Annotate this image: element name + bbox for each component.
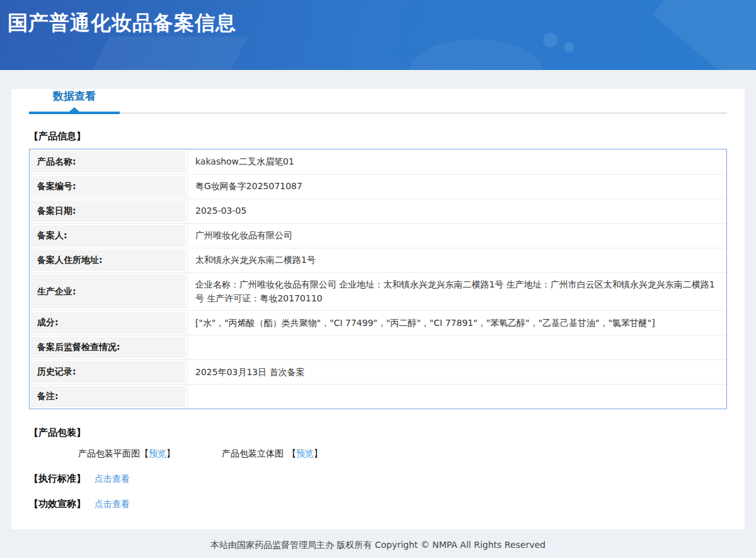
row-value: [188, 335, 726, 359]
row-label-cell: 备注:: [30, 385, 188, 409]
section-title-product-info: 【产品信息】: [29, 131, 727, 142]
footer-text: 本站由国家药品监督管理局主办 版权所有 Copyright © NMPA All…: [0, 529, 756, 551]
row-label: 备案编号:: [31, 176, 186, 197]
standard-row: 【执行标准】 点击查看: [29, 473, 727, 485]
decor-circle-small: [564, 42, 574, 52]
row-value: 粤G妆网备字2025071087: [188, 175, 726, 199]
row-value: [188, 385, 726, 409]
row-label: 成分:: [31, 312, 186, 334]
decor-polygon-shape: [79, 37, 248, 70]
view-standard-link[interactable]: 点击查看: [94, 474, 130, 485]
table-row: 备案后监督检查情况:: [30, 335, 726, 359]
section-title-packaging: 【产品包装】: [29, 427, 727, 439]
row-label: 备案后监督检查情况:: [31, 337, 186, 358]
packaging-row: 产品包装平面图【预览】 产品包装立体图【预览】: [29, 448, 727, 460]
row-value: 企业名称：广州唯妆化妆品有限公司 企业地址：太和镇永兴龙兴东南二横路1号 生产地…: [188, 273, 726, 310]
preview-link-flat[interactable]: 预览: [149, 448, 166, 458]
tab-bar: 数据查看: [29, 89, 727, 114]
row-value: 广州唯妆化妆品有限公司: [188, 224, 726, 248]
row-label-cell: 生产企业:: [30, 273, 188, 310]
preview-link-3d[interactable]: 预览: [296, 448, 314, 458]
row-label: 历史记录:: [31, 361, 186, 383]
row-label: 备案人住所地址:: [31, 250, 186, 271]
row-label-cell: 备案人:: [30, 224, 188, 248]
view-efficacy-link[interactable]: 点击查看: [94, 499, 130, 510]
product-info-table: 产品名称: kakashow二叉水眉笔01 备案编号: 粤G妆网备字202507…: [29, 149, 727, 409]
table-row: 备案人住所地址: 太和镇永兴龙兴东南二横路1号: [30, 248, 726, 272]
packaging-item-3d: 产品包装立体图【预览】: [222, 448, 323, 460]
row-label-cell: 备案编号:: [30, 175, 188, 199]
row-label: 备案日期:: [31, 201, 186, 222]
row-label-cell: 备案日期:: [30, 199, 188, 223]
packaging-item-flat: 产品包装平面图【预览】: [78, 448, 175, 460]
table-row: 产品名称: kakashow二叉水眉笔01: [30, 149, 726, 174]
table-row: 生产企业: 企业名称：广州唯妆化妆品有限公司 企业地址：太和镇永兴龙兴东南二横路…: [30, 272, 726, 310]
bracket-close: 】: [166, 448, 175, 458]
row-label: 备注:: [31, 386, 186, 407]
bracket-open: 【: [287, 448, 296, 458]
row-label-cell: 备案后监督检查情况:: [30, 335, 188, 359]
row-label: 生产企业:: [31, 274, 186, 309]
row-value: ["水"，"丙烯酸（酯）类共聚物"，"CI 77499"，"丙二醇"，"CI 7…: [188, 311, 726, 335]
page-title: 国产普通化妆品备案信息: [0, 0, 756, 37]
row-label-cell: 备案人住所地址:: [30, 248, 188, 272]
table-row: 成分: ["水"，"丙烯酸（酯）类共聚物"，"CI 77499"，"丙二醇"，"…: [30, 310, 726, 335]
row-value: kakashow二叉水眉笔01: [188, 149, 726, 174]
table-row: 备注:: [30, 384, 726, 409]
row-label-cell: 成分:: [30, 311, 188, 335]
decor-ellipse-shape: [410, 39, 542, 70]
efficacy-row: 【功效宣称】 点击查看: [29, 498, 727, 510]
row-label-cell: 历史记录:: [30, 360, 188, 384]
row-value: 2025年03月13日 首次备案: [188, 360, 726, 384]
row-value: 2025-03-05: [188, 199, 726, 223]
section-title-efficacy: 【功效宣称】: [29, 498, 86, 510]
row-value: 太和镇永兴龙兴东南二横路1号: [188, 248, 726, 272]
packaging-3d-label: 产品包装立体图: [222, 448, 284, 458]
table-row: 备案编号: 粤G妆网备字2025071087: [30, 174, 726, 199]
tab-data-view[interactable]: 数据查看: [29, 89, 120, 114]
packaging-flat-label: 产品包装平面图: [78, 448, 140, 458]
row-label: 产品名称:: [31, 151, 186, 173]
table-row: 备案日期: 2025-03-05: [30, 199, 726, 223]
section-title-standard: 【执行标准】: [29, 473, 86, 485]
table-row: 历史记录: 2025年03月13日 首次备案: [30, 359, 726, 384]
bracket-close: 】: [314, 448, 323, 458]
bracket-open: 【: [140, 448, 149, 458]
content-card: 数据查看 【产品信息】 产品名称: kakashow二叉水眉笔01 备案编号: …: [11, 89, 745, 529]
table-row: 备案人: 广州唯妆化妆品有限公司: [30, 223, 726, 248]
row-label: 备案人:: [31, 225, 186, 247]
page-header: 国产普通化妆品备案信息: [0, 0, 756, 70]
row-label-cell: 产品名称:: [30, 149, 188, 174]
